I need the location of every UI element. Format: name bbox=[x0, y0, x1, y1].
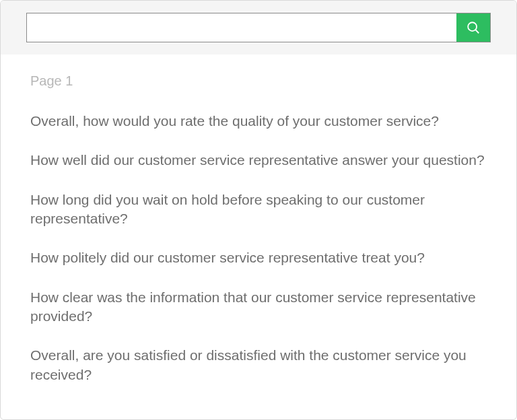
search-bar-wrapper bbox=[1, 1, 516, 55]
content-area: Page 1 Overall, how would you rate the q… bbox=[1, 55, 516, 384]
svg-line-1 bbox=[475, 30, 479, 33]
page-container: Page 1 Overall, how would you rate the q… bbox=[0, 0, 517, 420]
search-button[interactable] bbox=[456, 13, 490, 42]
question-item[interactable]: Overall, how would you rate the quality … bbox=[30, 112, 487, 131]
question-item[interactable]: How clear was the information that our c… bbox=[30, 288, 487, 326]
search-input[interactable] bbox=[27, 13, 456, 42]
question-item[interactable]: How politely did our customer service re… bbox=[30, 248, 487, 267]
search-icon bbox=[466, 20, 481, 35]
question-item[interactable]: How well did our customer service repres… bbox=[30, 151, 487, 170]
search-bar bbox=[26, 13, 491, 42]
svg-point-0 bbox=[468, 22, 477, 31]
page-label: Page 1 bbox=[30, 73, 487, 89]
question-item[interactable]: How long did you wait on hold before spe… bbox=[30, 190, 487, 229]
question-item[interactable]: Overall, are you satisfied or dissatisfi… bbox=[30, 346, 487, 384]
